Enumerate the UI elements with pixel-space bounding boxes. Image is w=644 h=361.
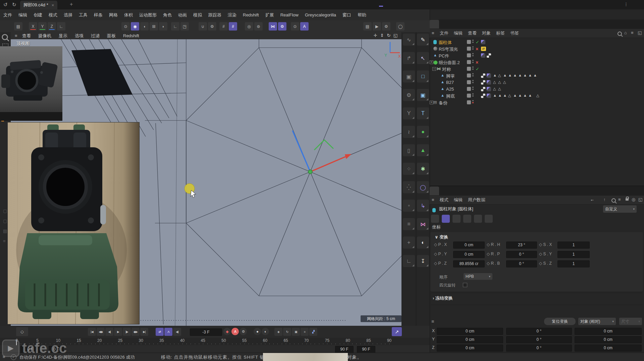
record-pos-icon[interactable]: ◈ <box>274 328 282 336</box>
selection-tag-icon[interactable]: △ <box>536 93 539 98</box>
menu-item[interactable]: 模拟 <box>193 11 203 19</box>
new-tab-icon[interactable]: + <box>70 1 73 7</box>
selection-tag-icon[interactable]: ▲ <box>493 73 497 77</box>
coord-system-icon[interactable]: ∟ <box>57 22 65 31</box>
enabled-check-icon[interactable]: ✓ <box>476 40 479 45</box>
collapse-icon[interactable]: − <box>432 67 436 71</box>
transform-field[interactable]: 1 <box>557 242 590 249</box>
up-arrow-icon[interactable]: ↑ <box>603 197 606 202</box>
goto-end-icon[interactable]: ▶| <box>140 328 148 336</box>
range-start-field[interactable]: 0 F <box>20 346 40 353</box>
coord-field[interactable]: 0 ° <box>506 345 572 352</box>
visibility-dots[interactable] <box>472 66 474 70</box>
visibility-dots[interactable] <box>472 39 474 44</box>
effector-icon[interactable]: ✱ <box>417 163 429 175</box>
layer-chip[interactable] <box>467 47 471 51</box>
object-row[interactable]: ▲A25△△ <box>0 86 644 93</box>
symmetry-tool-icon[interactable]: ⋈ <box>417 218 429 230</box>
menu-item[interactable]: 网格 <box>108 11 118 19</box>
reset-transform-button[interactable]: 复位变换 <box>544 318 576 325</box>
tex-tag-icon[interactable] <box>481 87 485 91</box>
am-menu-item[interactable]: 模式 <box>440 197 448 203</box>
layout-tab[interactable] <box>439 3 443 6</box>
attribute-tab[interactable] <box>463 215 471 223</box>
menu-item[interactable]: 样条 <box>93 11 103 19</box>
tex-tag-icon[interactable] <box>487 53 491 58</box>
phong-tag-icon[interactable] <box>487 94 491 98</box>
transform-field[interactable]: 1 <box>557 251 590 258</box>
coord-field[interactable]: 0 cm <box>437 328 503 335</box>
keyframe-selection-icon[interactable]: ● <box>254 328 261 335</box>
selection-tag-icon[interactable]: ▲ <box>503 93 507 97</box>
tex-tag-icon[interactable] <box>481 80 485 85</box>
panel-icon[interactable]: ◱ <box>638 30 642 35</box>
layer-chip[interactable] <box>467 87 471 91</box>
cloner-icon[interactable]: ▲ <box>417 144 429 156</box>
expand-icon[interactable]: + <box>430 60 433 64</box>
layout-tab[interactable] <box>419 3 423 6</box>
selection-tag-icon[interactable]: △ <box>498 73 501 78</box>
side-tool-icon[interactable]: ▫ <box>403 200 415 212</box>
om-menu-item[interactable]: 标签 <box>496 30 505 36</box>
selection-tag-icon[interactable]: ▲ <box>493 93 497 97</box>
tex-tag-icon[interactable] <box>481 73 485 78</box>
visibility-dots[interactable] <box>472 52 474 57</box>
menu-item[interactable]: 动画 <box>177 11 187 19</box>
viewport-menu-item[interactable]: 面板 <box>106 32 116 40</box>
strip-tool-icon[interactable]: ▤ <box>3 228 7 234</box>
transform-field[interactable]: 1 <box>557 260 590 267</box>
toggle-view-icon[interactable]: ◱ <box>392 33 399 38</box>
play-icon[interactable]: ▶ <box>114 328 122 336</box>
key-settings-icon[interactable]: ⚙ <box>239 328 247 335</box>
menu-item[interactable]: 模式 <box>48 11 58 19</box>
transform-field[interactable]: 0 cm <box>453 242 485 249</box>
menu-item[interactable]: 编辑 <box>18 11 28 19</box>
selection-tag-icon[interactable]: △ <box>493 87 496 91</box>
panel-tab[interactable] <box>439 187 448 195</box>
viewport-menu-item[interactable]: 摄像机 <box>38 32 52 40</box>
selection-tag-icon[interactable]: ▲ <box>528 93 532 97</box>
selection-tag-icon[interactable]: ▲ <box>498 93 502 97</box>
am-menu-item[interactable]: 用户数据 <box>468 197 485 203</box>
pan-icon[interactable]: ✛ <box>372 33 379 38</box>
visibility-dots[interactable] <box>472 46 474 50</box>
phong-tag-icon[interactable] <box>481 40 485 44</box>
layer-chip[interactable] <box>467 67 471 71</box>
coord-field[interactable]: 0 cm <box>575 328 642 335</box>
transform-field[interactable]: 23 ° <box>506 242 537 249</box>
coord-field[interactable]: 0 cm <box>575 336 642 343</box>
selection-tag-icon[interactable]: ▲ <box>503 73 507 77</box>
menu-item[interactable]: 跟踪器 <box>208 11 222 19</box>
selection-tag-icon[interactable]: ▲ <box>513 73 517 77</box>
layer-chip[interactable] <box>467 53 471 57</box>
record-rot-icon[interactable]: ↻ <box>283 328 291 336</box>
viewport-menu-item[interactable]: Redshift <box>122 33 140 39</box>
om-menu-item[interactable]: 文件 <box>440 30 448 36</box>
selection-tag-icon[interactable]: △ <box>493 80 496 84</box>
dolly-icon[interactable]: ⇕ <box>379 33 385 38</box>
am-menu-icon[interactable]: ≡ <box>432 197 434 202</box>
object-row[interactable]: ▲脚底▲▲▲△▲▲▲▲△ <box>0 93 644 99</box>
rs-tag-icon[interactable]: ⇄ <box>481 47 486 51</box>
selection-tag-icon[interactable]: △ <box>498 87 501 91</box>
material-icon[interactable]: ◯ <box>396 22 405 31</box>
object-row[interactable]: ▲B27△△△ <box>0 79 644 86</box>
layer-chip[interactable] <box>467 73 471 78</box>
object-label[interactable]: 细分曲面.2 <box>439 60 460 66</box>
selection-tag-icon[interactable]: ▲ <box>533 73 537 77</box>
transform-group-header[interactable]: ∨ 变换 <box>435 234 448 240</box>
ring-icon[interactable]: ◎ <box>245 22 253 31</box>
viewport-menu-item[interactable]: 查看 <box>21 32 32 40</box>
om-menu-item[interactable]: 书签 <box>510 30 519 36</box>
object-label[interactable]: 脚掌 <box>446 73 455 79</box>
magnet-settings-icon[interactable]: ⚙ <box>208 22 216 31</box>
orbit-icon[interactable]: ↻ <box>385 33 392 38</box>
coord-field[interactable]: 0 ° <box>506 328 572 335</box>
expand-icon[interactable]: + <box>430 101 433 104</box>
viewport-menu-icon[interactable]: ≡ <box>15 33 17 38</box>
model-mode-icon[interactable]: ⊙ <box>121 22 130 31</box>
phong-tag-icon[interactable] <box>481 53 485 58</box>
timeline-ruler[interactable]: 051015202530354045505560657075808590 <box>0 338 430 345</box>
coord-field[interactable]: 0 cm <box>437 345 503 352</box>
menu-item[interactable]: 帮助 <box>357 11 367 19</box>
